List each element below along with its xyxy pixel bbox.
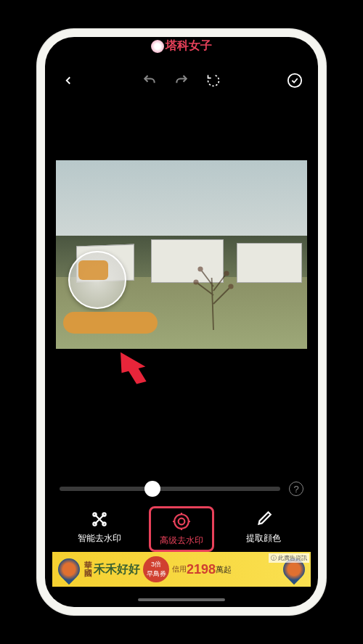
advanced-remove-icon bbox=[171, 511, 192, 532]
svg-point-0 bbox=[288, 74, 301, 87]
svg-point-10 bbox=[179, 519, 185, 525]
tools-row: 智能去水印 高级去水印 提取顔色 bbox=[45, 509, 318, 549]
reset-button[interactable] bbox=[205, 72, 222, 89]
phone-screen: 塔科女子 bbox=[45, 37, 318, 607]
svg-point-9 bbox=[174, 514, 189, 529]
slider-thumb[interactable] bbox=[144, 481, 160, 497]
brush-preview-mark bbox=[78, 260, 109, 280]
tool-advanced-remove[interactable]: 高级去水印 bbox=[149, 506, 214, 552]
svg-point-2 bbox=[228, 284, 233, 289]
ad-price: 2198 bbox=[187, 562, 216, 577]
ad-brand: 華 國 bbox=[81, 561, 92, 577]
tool-label: 智能去水印 bbox=[78, 532, 121, 545]
tool-label: 提取顔色 bbox=[246, 532, 281, 545]
eyedropper-icon bbox=[253, 509, 274, 529]
confirm-button[interactable] bbox=[286, 72, 303, 89]
brush-size-slider[interactable] bbox=[60, 487, 280, 491]
ad-badge: 3倍 早鳥券 bbox=[143, 556, 169, 582]
smart-remove-icon bbox=[89, 509, 110, 529]
home-indicator[interactable] bbox=[138, 598, 225, 601]
logo-text: 塔科女子 bbox=[166, 38, 212, 54]
logo-icon bbox=[151, 40, 164, 53]
ad-info-label[interactable]: ⓘ 此廣告資訊 bbox=[269, 553, 309, 563]
editing-canvas[interactable] bbox=[56, 160, 307, 349]
brush-mark bbox=[63, 312, 158, 334]
ad-flower-icon bbox=[54, 554, 84, 585]
brush-size-slider-row: ? bbox=[60, 478, 303, 500]
watermark-logo: 塔科女子 bbox=[151, 38, 212, 54]
top-toolbar bbox=[45, 65, 318, 96]
ad-extra: 信用 bbox=[172, 564, 187, 574]
svg-point-1 bbox=[193, 279, 198, 284]
tool-label: 高级去水印 bbox=[160, 534, 203, 547]
toolbar-center bbox=[141, 72, 222, 89]
help-button[interactable]: ? bbox=[289, 482, 303, 496]
svg-point-4 bbox=[224, 271, 229, 276]
back-button[interactable] bbox=[60, 72, 77, 89]
tool-smart-remove[interactable]: 智能去水印 bbox=[67, 509, 132, 549]
redo-button[interactable] bbox=[173, 72, 190, 89]
ad-suffix: 萬起 bbox=[216, 564, 232, 575]
svg-point-3 bbox=[197, 266, 203, 271]
phone-frame: 塔科女子 bbox=[36, 28, 327, 616]
photo-plants bbox=[170, 243, 257, 330]
ad-slogan: 禾禾好好 bbox=[94, 562, 140, 577]
magnifier-preview bbox=[68, 251, 126, 309]
undo-button[interactable] bbox=[141, 72, 158, 89]
tool-color-picker[interactable]: 提取顔色 bbox=[231, 509, 296, 549]
ad-banner[interactable]: 華 國 禾禾好好 3倍 早鳥券 信用 2198 萬起 ⓘ 此廣告資訊 bbox=[52, 552, 311, 587]
